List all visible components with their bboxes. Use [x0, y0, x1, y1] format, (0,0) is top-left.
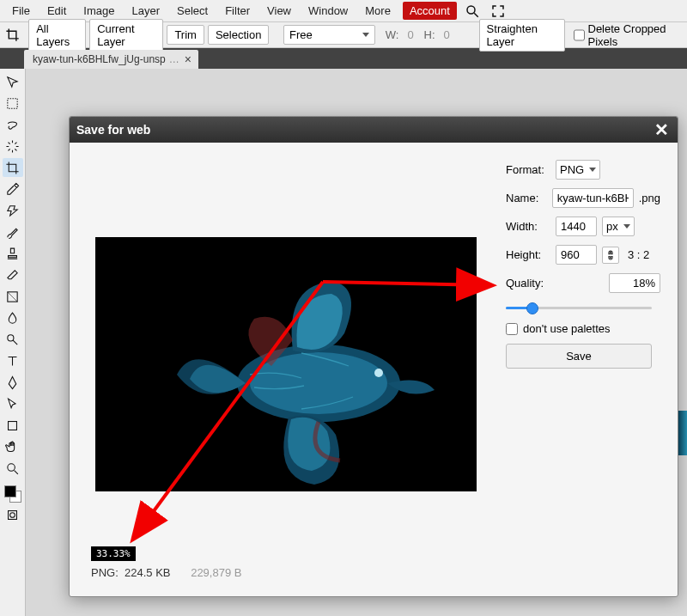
- width-label: Width:: [506, 220, 550, 233]
- heal-tool[interactable]: [3, 201, 23, 220]
- link-dimensions-icon[interactable]: [602, 247, 619, 264]
- wand-tool[interactable]: [3, 137, 23, 156]
- menu-select[interactable]: Select: [168, 1, 216, 21]
- menu-image[interactable]: Image: [75, 1, 123, 21]
- tool-strip: [0, 69, 26, 616]
- dodge-tool[interactable]: [3, 330, 23, 349]
- type-tool[interactable]: [3, 351, 23, 370]
- crop-mode-select[interactable]: Free: [283, 25, 375, 45]
- chevron-down-icon: [623, 224, 630, 229]
- fish-illustration: [95, 237, 477, 491]
- fullscreen-icon[interactable]: [488, 1, 508, 21]
- no-palettes-input[interactable]: [506, 323, 518, 335]
- name-label: Name:: [506, 192, 547, 204]
- menu-edit[interactable]: Edit: [39, 1, 75, 21]
- search-icon[interactable]: [462, 1, 483, 21]
- height-label: H:: [424, 28, 435, 41]
- export-controls: Format: PNG Name: .png Width: px: [506, 160, 660, 369]
- document-tab-bar: kyaw-tun-k6BHLfw_jUg-unsp… ×: [0, 48, 687, 69]
- height-label: Height:: [506, 248, 550, 261]
- gradient-tool[interactable]: [3, 287, 23, 306]
- stamp-tool[interactable]: [3, 244, 23, 263]
- svg-line-7: [15, 470, 18, 473]
- width-value: 0: [407, 28, 413, 41]
- format-value: PNG: [560, 163, 584, 176]
- straighten-button[interactable]: Straighten Layer: [479, 19, 565, 52]
- svg-point-0: [467, 6, 475, 14]
- width-label: W:: [386, 28, 399, 41]
- menu-more[interactable]: More: [356, 1, 399, 21]
- svg-rect-5: [9, 421, 17, 430]
- menu-view[interactable]: View: [258, 1, 300, 21]
- eraser-tool[interactable]: [3, 265, 23, 284]
- zoom-tool[interactable]: [3, 459, 23, 478]
- move-tool[interactable]: [3, 72, 23, 91]
- menu-window[interactable]: Window: [300, 1, 356, 21]
- quality-slider[interactable]: [506, 302, 652, 314]
- marquee-tool[interactable]: [3, 94, 23, 113]
- dialog-title: Save for web: [76, 123, 150, 137]
- height-value: 0: [444, 28, 450, 41]
- pen-tool[interactable]: [3, 373, 23, 392]
- shape-tool[interactable]: [3, 416, 23, 435]
- svg-point-6: [8, 463, 15, 471]
- menu-filter[interactable]: Filter: [216, 1, 258, 21]
- color-swatch[interactable]: [4, 485, 21, 503]
- close-tab-icon[interactable]: ×: [183, 52, 193, 66]
- aspect-ratio: 3 : 2: [628, 248, 649, 261]
- delete-cropped-label: Delete Cropped Pixels: [588, 22, 683, 48]
- current-layer-button[interactable]: Current Layer: [89, 19, 163, 52]
- foreground-color[interactable]: [4, 485, 16, 497]
- save-for-web-dialog: Save for web ✕: [69, 116, 678, 597]
- menu-file[interactable]: File: [3, 1, 39, 21]
- svg-point-4: [8, 334, 14, 340]
- account-button[interactable]: Account: [403, 2, 457, 20]
- save-button[interactable]: Save: [506, 344, 652, 369]
- menu-layer[interactable]: Layer: [124, 1, 169, 21]
- width-unit: px: [606, 220, 618, 233]
- crop-icon: [5, 27, 20, 44]
- format-select[interactable]: PNG: [556, 160, 600, 180]
- svg-point-9: [10, 512, 15, 517]
- height-input[interactable]: [556, 245, 597, 265]
- blur-tool[interactable]: [3, 308, 23, 327]
- slider-knob[interactable]: [526, 302, 538, 314]
- selection-button[interactable]: Selection: [208, 25, 269, 45]
- options-bar: All Layers Current Layer Trim Selection …: [0, 22, 687, 48]
- all-layers-button[interactable]: All Layers: [28, 19, 86, 52]
- delete-cropped-checkbox[interactable]: Delete Cropped Pixels: [574, 22, 683, 48]
- svg-rect-2: [8, 98, 17, 107]
- crop-mode-value: Free: [289, 28, 313, 41]
- path-select-tool[interactable]: [3, 394, 23, 413]
- dialog-title-bar[interactable]: Save for web ✕: [70, 117, 678, 143]
- file-size: 224.5 KB: [125, 566, 171, 579]
- width-unit-select[interactable]: px: [602, 217, 635, 236]
- eyedropper-tool[interactable]: [3, 180, 23, 198]
- tab-suffix: …: [169, 53, 179, 65]
- lasso-tool[interactable]: [3, 115, 23, 134]
- file-format: PNG:: [91, 566, 119, 579]
- close-icon[interactable]: ✕: [652, 120, 671, 139]
- svg-line-1: [474, 13, 478, 17]
- tab-filename: kyaw-tun-k6BHLfw_jUg-unsp: [33, 53, 166, 65]
- export-info: 33.33% PNG: 224.5 KB 229,879 B: [91, 546, 241, 579]
- svg-point-13: [374, 369, 383, 377]
- chevron-down-icon: [589, 168, 596, 172]
- name-extension: .png: [639, 192, 660, 204]
- width-input[interactable]: [556, 217, 597, 236]
- crop-tool[interactable]: [3, 158, 23, 177]
- brush-tool[interactable]: [3, 223, 23, 241]
- file-bytes: 229,879 B: [191, 566, 241, 579]
- hand-tool[interactable]: [3, 437, 23, 456]
- chevron-down-icon: [362, 33, 369, 37]
- delete-cropped-input[interactable]: [574, 29, 585, 41]
- quality-value: 18%: [609, 273, 660, 293]
- image-preview: [95, 237, 477, 491]
- document-tab[interactable]: kyaw-tun-k6BHLfw_jUg-unsp… ×: [24, 50, 198, 69]
- trim-button[interactable]: Trim: [167, 25, 204, 45]
- no-palettes-checkbox[interactable]: don't use palettes: [506, 322, 660, 335]
- svg-rect-8: [9, 510, 17, 519]
- zoom-level[interactable]: 33.33%: [91, 546, 136, 561]
- quickmask-tool[interactable]: [3, 505, 23, 524]
- name-input[interactable]: [552, 188, 634, 208]
